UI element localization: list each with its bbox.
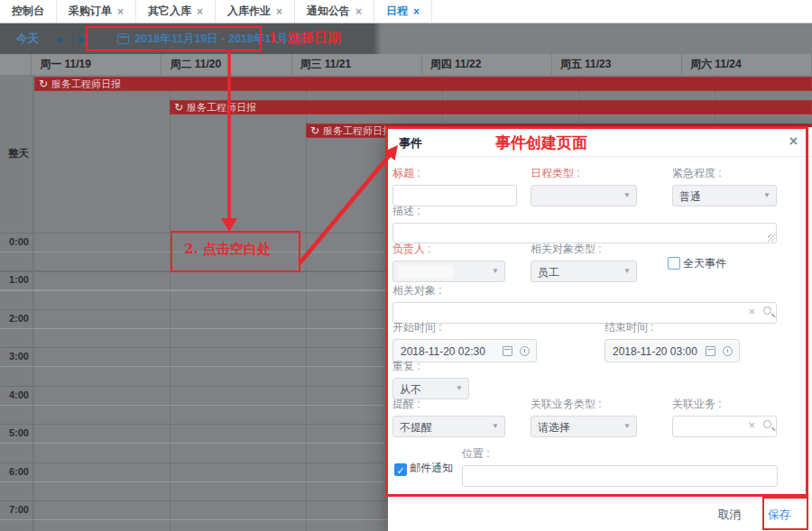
day-header-tue: 周二 11/20 [161,54,291,75]
time-label: 0:00 [0,236,29,247]
description-label: 描述 : [392,204,777,219]
related-object-label: 相关对象 : [392,283,777,298]
tab-console[interactable]: 控制台 [0,0,57,23]
related-business-type-label: 关联业务类型 : [531,397,637,412]
calendar-icon[interactable] [503,346,512,356]
time-label: 2:00 [0,313,29,324]
chevron-down-icon: ▼ [763,191,770,199]
related-business-type-select[interactable]: 请选择▼ [531,416,637,437]
allday-checkbox[interactable] [668,257,680,270]
end-time-input[interactable]: 2018-11-20 03:00 [604,339,740,362]
tab-notice[interactable]: 通知公告× [295,0,374,23]
description-textarea[interactable] [392,223,777,243]
chevron-down-icon: ▼ [456,384,463,392]
prev-week-icon[interactable]: ◀ [55,34,62,44]
clock-icon[interactable] [723,346,733,356]
end-time-label: 结束时间 : [604,320,740,335]
day-header-thu: 周四 11/22 [422,54,552,75]
title-label: 标题 : [392,166,517,181]
tab-bar: 控制台 采购订单× 其它入库× 入库作业× 通知公告× 日程× [0,0,812,23]
allday-checkbox-label: 全天事件 [683,257,726,270]
close-icon[interactable]: × [413,5,420,18]
schedule-type-label: 日程类型 : [531,166,637,181]
event-dialog: 事件 × 标题 : 日程类型 : ▼ 紧急程度 : 普通▼ 描述 : 负责人 : [388,127,812,531]
time-label: 3:00 [0,351,29,362]
app-window: 控制台 采购订单× 其它入库× 入库作业× 通知公告× 日程× 今天 ◀ ▶ 2… [0,0,812,531]
save-button[interactable]: 保存 [768,508,790,523]
owner-redacted-value [398,265,454,279]
allday-row-label: 整天 [0,147,29,160]
calendar-icon[interactable] [706,346,715,356]
related-business-label: 关联业务 : [672,397,777,412]
day-header-wed: 周三 11/21 [292,54,422,75]
calendar-toolbar: 今天 ◀ ▶ 2018年11月19日 - 2018年11月25日 [0,23,812,54]
chevron-down-icon: ▼ [492,422,499,430]
time-label: 6:00 [0,466,29,477]
close-icon[interactable]: × [276,5,282,18]
tab-other-inbound[interactable]: 其它入库× [136,0,216,23]
related-object-type-select[interactable]: 员工▼ [531,261,637,282]
day-header-fri: 周五 11/23 [552,54,682,75]
refresh-icon: ↻ [39,78,48,90]
date-range-picker[interactable]: 2018年11月19日 - 2018年11月25日 [108,28,320,50]
dialog-body: 标题 : 日程类型 : ▼ 紧急程度 : 普通▼ 描述 : 负责人 : ▼ [388,157,812,499]
clear-icon[interactable]: × [748,419,755,431]
refresh-icon: ↻ [310,124,319,137]
chevron-down-icon: ▼ [492,267,499,275]
close-icon[interactable]: × [117,5,124,18]
repeat-label: 重复 : [392,359,469,374]
day-header-mon: 周一 11/19 [32,54,161,75]
tab-inbound-job[interactable]: 入库作业× [216,0,295,23]
search-icon[interactable] [763,420,771,428]
clock-icon[interactable] [520,346,530,356]
date-range-label: 2018年11月19日 - 2018年11月25日 [134,32,311,47]
tab-schedule[interactable]: 日程× [374,0,432,23]
related-object-type-label: 相关对象类型 : [531,242,637,257]
today-button[interactable]: 今天 [16,32,39,47]
remind-select[interactable]: 不提醒▼ [392,416,505,437]
urgency-label: 紧急程度 : [672,166,777,181]
refresh-icon: ↻ [174,101,183,114]
related-business-input[interactable] [672,416,777,437]
chevron-down-icon: ▼ [623,422,631,430]
dialog-title: 事件 [399,135,422,151]
chevron-down-icon: ▼ [623,267,631,275]
close-icon[interactable]: × [789,133,798,150]
day-header-row: 周一 11/19 周二 11/20 周三 11/21 周四 11/22 周五 1… [0,54,812,75]
dialog-header: 事件 × [388,127,812,157]
search-icon[interactable] [763,307,771,315]
time-label: 5:00 [0,427,29,438]
owner-select[interactable]: ▼ [392,261,505,282]
day-header-sat: 周六 11/24 [682,54,812,75]
calendar-icon [117,33,129,44]
close-icon[interactable]: × [355,5,362,18]
email-notify-label: 邮件通知 [410,462,453,474]
location-label: 位置 : [462,446,778,462]
remind-label: 提醒 : [392,397,505,412]
start-time-label: 开始时间 : [392,320,537,335]
tab-purchase-order[interactable]: 采购订单× [57,0,136,23]
time-label: 7:00 [0,504,29,515]
time-label: 1:00 [0,274,29,285]
time-label: 4:00 [0,389,29,400]
email-notify-checkbox[interactable]: ✓ [394,463,407,476]
dialog-footer: 取消 保存 [388,499,812,531]
cancel-button[interactable]: 取消 [718,508,741,523]
location-input[interactable] [462,465,778,487]
time-gutter-header [0,54,32,75]
close-icon[interactable]: × [197,5,203,18]
clear-icon[interactable]: × [748,306,755,317]
allday-event[interactable]: ↻服务工程师日报 [34,77,812,91]
owner-label: 负责人 : [392,242,505,257]
next-week-icon[interactable]: ▶ [78,34,86,44]
allday-event[interactable]: ↻服务工程师日报 [170,100,812,114]
chevron-down-icon: ▼ [623,191,631,199]
